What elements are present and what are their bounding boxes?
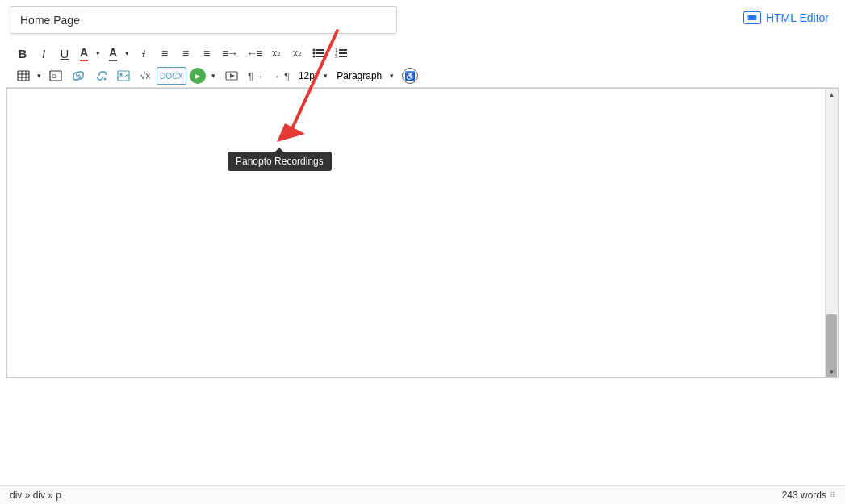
editor-content-area[interactable] xyxy=(7,89,825,377)
html-editor-icon: ⌨ xyxy=(743,11,761,24)
status-bar: div » div » p 243 words ⠿ xyxy=(0,485,845,504)
svg-point-4 xyxy=(313,56,316,58)
font-color-arrow[interactable]: ▾ xyxy=(92,44,103,63)
align-left-button[interactable]: ≡ xyxy=(155,44,174,63)
table-button[interactable] xyxy=(13,66,34,85)
html-editor-label: HTML Editor xyxy=(766,11,829,24)
bold-button[interactable]: B xyxy=(13,44,32,63)
unlink-icon xyxy=(94,70,107,81)
svg-rect-12 xyxy=(18,71,29,81)
svg-rect-9 xyxy=(339,52,347,54)
svg-point-2 xyxy=(313,52,316,55)
font-size-arrow[interactable]: ▾ xyxy=(320,66,330,85)
tooltip-text: Panopto Recordings xyxy=(236,156,324,167)
numbered-list-button[interactable]: 1. 2. 3. xyxy=(331,44,352,63)
table-group[interactable]: ▾ xyxy=(13,66,44,85)
underline-button[interactable]: U xyxy=(55,44,74,63)
highlight-color-arrow[interactable]: ▾ xyxy=(121,44,132,63)
scroll-up-button[interactable]: ▲ xyxy=(826,89,838,100)
svg-rect-1 xyxy=(316,49,324,51)
docx-button[interactable]: DOCX xyxy=(157,67,186,85)
paragraph-arrow[interactable]: ▾ xyxy=(387,66,396,85)
scroll-down-button[interactable]: ▼ xyxy=(826,366,838,377)
link-button[interactable] xyxy=(68,66,89,85)
svg-point-0 xyxy=(313,49,316,52)
ltr-button[interactable]: ¶→ xyxy=(244,66,268,85)
bullet-list-button[interactable] xyxy=(308,44,329,63)
paragraph-value: Paragraph xyxy=(337,70,382,81)
table-icon xyxy=(17,70,30,81)
svg-text:3.: 3. xyxy=(335,54,338,59)
align-right-button[interactable]: ≡ xyxy=(197,44,216,63)
strikethrough-button[interactable]: I xyxy=(134,44,153,63)
highlight-color-group[interactable]: A ▾ xyxy=(105,44,132,63)
svg-rect-7 xyxy=(339,49,347,51)
paragraph-group[interactable]: Paragraph ▾ xyxy=(332,66,396,85)
font-size-group[interactable]: 12pt ▾ xyxy=(295,66,330,85)
word-count-text: 243 words xyxy=(782,489,826,501)
superscript-button[interactable]: x2 xyxy=(266,44,286,63)
svg-rect-5 xyxy=(316,56,324,57)
panopto-button[interactable]: ▶ xyxy=(188,66,207,85)
accessibility-icon: ♿ xyxy=(402,68,418,84)
font-color-group[interactable]: A ▾ xyxy=(76,44,103,63)
panopto-group[interactable]: ▶ ▾ xyxy=(188,66,220,85)
image-icon xyxy=(117,70,130,81)
highlight-color-button[interactable]: A xyxy=(105,44,121,63)
svg-marker-25 xyxy=(230,73,235,78)
special-chars-button[interactable]: Ω xyxy=(45,66,66,85)
svg-rect-11 xyxy=(339,56,347,57)
math-button[interactable]: √x xyxy=(136,66,155,85)
panopto-tooltip: Panopto Recordings xyxy=(228,152,332,171)
media-icon xyxy=(225,70,238,81)
paragraph-button[interactable]: Paragraph xyxy=(332,66,387,85)
unlink-button[interactable] xyxy=(90,66,111,85)
editor-frame: ▲ ▼ xyxy=(6,88,839,378)
font-color-button[interactable]: A xyxy=(76,44,92,63)
word-count-area: 243 words ⠿ xyxy=(782,489,835,501)
italic-button[interactable]: I xyxy=(34,44,53,63)
numbered-list-icon: 1. 2. 3. xyxy=(335,48,348,59)
breadcrumb: div » div » p xyxy=(10,489,61,501)
editor-editable[interactable] xyxy=(14,95,818,371)
outdent-button[interactable]: ←≡ xyxy=(242,44,265,63)
special-chars-icon: Ω xyxy=(49,70,62,81)
svg-rect-3 xyxy=(316,52,324,54)
panopto-circle-icon: ▶ xyxy=(190,68,206,84)
rtl-button[interactable]: ←¶ xyxy=(270,66,294,85)
link-icon xyxy=(72,70,85,81)
page-title-input[interactable]: Home Page xyxy=(10,6,397,34)
editor-scrollbar-track[interactable]: ▲ ▼ xyxy=(825,89,838,377)
panopto-dropdown-button[interactable]: ▾ xyxy=(208,66,220,85)
font-size-button[interactable]: 12pt xyxy=(295,66,320,85)
resize-handle[interactable]: ⠿ xyxy=(830,491,835,499)
media-button[interactable] xyxy=(221,66,242,85)
html-editor-link[interactable]: ⌨ HTML Editor xyxy=(743,11,829,24)
bullet-list-icon xyxy=(312,48,325,59)
subscript-button[interactable]: x2 xyxy=(287,44,307,63)
table-arrow-button[interactable]: ▾ xyxy=(34,66,44,85)
svg-text:Ω: Ω xyxy=(52,73,56,80)
accessibility-button[interactable]: ♿ xyxy=(398,66,422,85)
align-center-button[interactable]: ≡ xyxy=(176,44,195,63)
font-size-value: 12pt xyxy=(299,70,317,81)
indent-button[interactable]: ≡→ xyxy=(218,44,241,63)
image-button[interactable] xyxy=(113,66,134,85)
breadcrumb-text: div » div » p xyxy=(10,489,61,501)
